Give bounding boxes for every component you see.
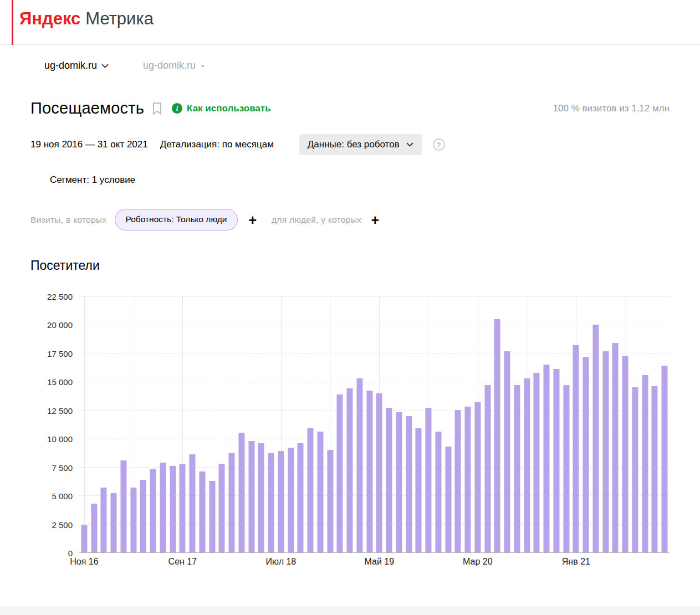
visitors-bar[interactable] (229, 453, 235, 552)
y-tick-label: 5 000 (52, 491, 73, 501)
visitors-bar[interactable] (632, 387, 638, 552)
visitors-bar[interactable] (288, 448, 294, 552)
visitors-bar[interactable] (386, 408, 392, 552)
x-axis-labels: Ноя 16Сен 17Июл 18Май 19Мар 20Янв 21 (79, 553, 670, 568)
yandex-metrika-logo[interactable]: Яндекс Метрика (19, 7, 154, 30)
visitors-bar[interactable] (416, 428, 422, 552)
visitors-bar[interactable] (160, 463, 166, 552)
y-axis-labels: 02 5005 0007 50010 00012 50015 00017 500… (30, 296, 73, 553)
visitors-bar[interactable] (317, 432, 323, 552)
visitors-bar[interactable] (426, 408, 432, 552)
visitors-bar[interactable] (91, 504, 97, 552)
y-tick-label: 2 500 (52, 520, 73, 529)
visitors-bar[interactable] (435, 432, 441, 552)
visitors-bar[interactable] (366, 391, 372, 552)
visitors-bar[interactable] (170, 466, 176, 552)
visitors-bar[interactable] (219, 464, 225, 552)
y-tick-label: 12 500 (47, 406, 73, 415)
visitors-bar[interactable] (652, 386, 658, 552)
app-header: Яндекс Метрика (0, 0, 700, 45)
visitors-bar[interactable] (484, 385, 490, 552)
visitors-bar[interactable] (248, 441, 254, 552)
visitors-bar[interactable] (376, 393, 382, 552)
visitors-bar[interactable] (111, 493, 117, 552)
visitors-bar[interactable] (396, 412, 402, 552)
visitors-bar[interactable] (455, 410, 461, 552)
visitors-bar[interactable] (514, 385, 520, 552)
help-icon[interactable]: ? (433, 139, 445, 151)
visitors-bar[interactable] (298, 443, 304, 552)
info-icon: i (172, 103, 182, 114)
visitors-bar[interactable] (337, 394, 343, 552)
data-mode-dropdown[interactable]: Данные: без роботов (299, 134, 422, 155)
visitors-bar[interactable] (81, 525, 87, 552)
h-gridline (79, 524, 670, 525)
visitors-bar[interactable] (622, 356, 629, 552)
visitors-bar[interactable] (474, 402, 481, 552)
visitors-bar[interactable] (347, 388, 353, 552)
visitors-bar[interactable] (504, 351, 510, 552)
visitors-bar[interactable] (612, 343, 619, 552)
visitors-bar[interactable] (406, 416, 412, 552)
segment-selector[interactable]: Сегмент: 1 условие (50, 175, 135, 185)
visitors-bar[interactable] (356, 378, 362, 552)
visitors-bar[interactable] (642, 375, 648, 552)
visitors-bar[interactable] (268, 453, 274, 552)
how-to-use-label: Как использовать (187, 103, 271, 114)
chart-section-title: Посетители (30, 258, 700, 273)
visitors-bar[interactable] (573, 345, 579, 552)
chart-plot (79, 296, 670, 553)
visitors-bar[interactable] (553, 369, 559, 552)
visitors-bar[interactable] (308, 428, 314, 552)
segment-filter-row: Визиты, в которых Роботность: Только люд… (30, 209, 670, 230)
h-gridline (79, 495, 670, 496)
visitors-bar[interactable] (130, 488, 136, 552)
v-gridline (84, 296, 85, 552)
segment-row: Сегмент: 1 условие (50, 175, 700, 186)
visitors-bar[interactable] (209, 481, 215, 552)
logo-yandex-text: Яндекс (19, 7, 80, 30)
h-gridline (79, 467, 670, 468)
visitors-bar[interactable] (140, 480, 146, 552)
bookmark-icon[interactable] (152, 102, 162, 115)
how-to-use-link[interactable]: i Как использовать (172, 103, 271, 114)
y-tick-label: 7 500 (52, 463, 73, 472)
visitors-bar[interactable] (592, 325, 599, 552)
visitors-bar[interactable] (150, 469, 156, 552)
visitors-bar[interactable] (583, 357, 589, 552)
visitors-bar[interactable] (101, 488, 107, 552)
robotness-filter-pill[interactable]: Роботность: Только люди (115, 209, 238, 230)
visitors-bar[interactable] (278, 451, 284, 552)
visitors-bar[interactable] (199, 472, 205, 552)
visitors-bar[interactable] (563, 385, 569, 552)
report-controls: 19 ноя 2016 — 31 окт 2021 Детализация: п… (30, 134, 670, 155)
visitors-bar[interactable] (494, 319, 500, 552)
visitors-bar[interactable] (327, 450, 333, 552)
visitors-bar[interactable] (662, 366, 668, 552)
visitors-bar[interactable] (602, 351, 609, 552)
y-tick-label: 17 500 (47, 348, 73, 358)
page-title: Посещаемость (30, 99, 144, 117)
visitors-bar[interactable] (238, 433, 244, 552)
counter-selector[interactable]: ug-domik.ru (44, 60, 109, 71)
counter-secondary-link[interactable]: ug-domik.ru (143, 60, 196, 71)
y-tick-label: 20 000 (47, 320, 73, 330)
visitors-bar[interactable] (180, 464, 186, 552)
visitors-bar[interactable] (190, 454, 196, 552)
add-visit-condition-button[interactable]: + (248, 214, 257, 226)
visitors-bar[interactable] (258, 443, 264, 552)
add-people-condition-button[interactable]: + (371, 214, 379, 226)
visitors-bar[interactable] (534, 373, 540, 552)
visitors-bar[interactable] (445, 447, 451, 552)
visitors-bar[interactable] (524, 378, 530, 552)
visitors-bar[interactable] (465, 407, 471, 552)
y-tick-label: 22 500 (47, 292, 73, 301)
date-range-selector[interactable]: 19 ноя 2016 — 31 окт 2021 (30, 139, 148, 150)
visitors-bar[interactable] (544, 365, 550, 552)
visitors-chart: 02 5005 0007 50010 00012 50015 00017 500… (30, 296, 670, 568)
granularity-selector[interactable]: Детализация: по месяцам (160, 139, 274, 150)
visits-in-which-label: Визиты, в которых (30, 215, 107, 225)
chevron-down-icon (406, 142, 413, 147)
h-gridline (79, 410, 670, 411)
visitors-bar[interactable] (120, 460, 126, 552)
